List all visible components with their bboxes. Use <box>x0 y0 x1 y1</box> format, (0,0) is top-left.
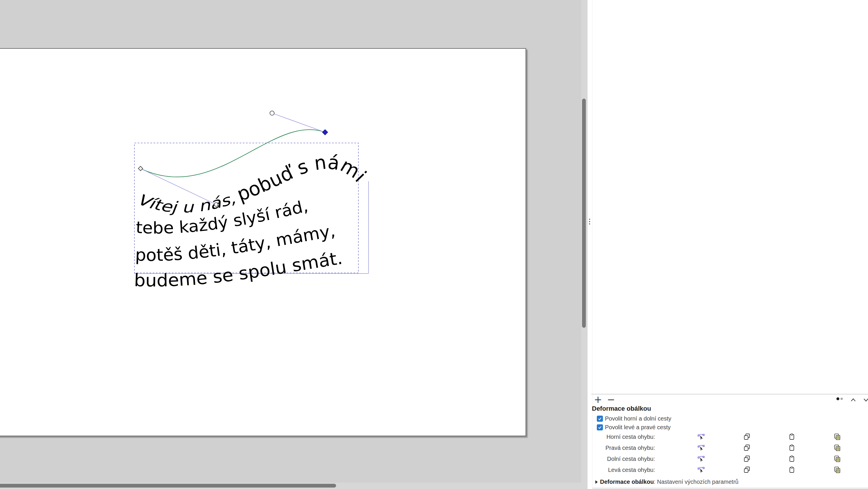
panel-bottom-strip <box>592 488 868 489</box>
row-label-top-path: Horní cesta ohybu: <box>592 434 655 440</box>
checkbox-checked-icon[interactable] <box>597 415 603 422</box>
checkbox-label: Povolit levé a pravé cesty <box>605 424 671 431</box>
checkbox-row-left-right[interactable]: Povolit levé a pravé cesty <box>597 424 671 431</box>
copy-path-button[interactable] <box>743 433 751 440</box>
panel-separator <box>591 394 868 395</box>
horizontal-scrollbar-thumb[interactable] <box>0 484 336 488</box>
edit-on-canvas-button[interactable] <box>698 466 705 473</box>
control-handle-circle-top[interactable] <box>270 111 274 115</box>
drawing-canvas[interactable]: Vítej u nás, pobuď s námi , tebe každý s… <box>0 0 588 489</box>
remove-effect-button[interactable]: − <box>606 395 616 404</box>
checkmark-icon <box>598 416 602 421</box>
poem-line-1b[interactable]: pobuď s námi , <box>0 0 375 206</box>
canvas-overlay: Vítej u nás, pobuď s námi , tebe každý s… <box>0 0 588 489</box>
effect-visibility-dots-icon[interactable] <box>836 397 843 400</box>
link-to-path-button[interactable] <box>834 433 841 440</box>
node-diamond-right-selected[interactable] <box>322 130 328 135</box>
link-to-path-button[interactable] <box>834 444 841 452</box>
vertical-scrollbar-thumb[interactable] <box>582 98 586 328</box>
expander-label-bold: Deformace obálkou <box>600 479 654 485</box>
add-effect-button[interactable]: + <box>593 395 603 404</box>
checkbox-label: Povolit horní a dolní cesty <box>605 415 671 422</box>
paste-path-button[interactable] <box>788 433 796 440</box>
panel-divider[interactable] <box>588 0 592 489</box>
poem-line-1a[interactable]: Vítej u nás, <box>135 190 238 216</box>
paste-path-button[interactable] <box>788 455 796 463</box>
row-label-left-path: Levá cesta ohybu: <box>592 467 655 473</box>
node-diamond-left[interactable] <box>138 166 143 171</box>
checkmark-icon <box>598 425 602 430</box>
expander-label: Deformace obálkou: Nastavení výchozích p… <box>600 479 739 485</box>
panel-resize-grip-icon[interactable] <box>589 219 590 225</box>
row-label-bottom-path: Dolní cesta ohybu: <box>592 456 655 462</box>
default-parameters-expander[interactable]: Deformace obálkou: Nastavení výchozích p… <box>595 479 739 485</box>
edit-on-canvas-button[interactable] <box>698 433 705 440</box>
edit-on-canvas-button[interactable] <box>698 444 705 452</box>
paste-path-button[interactable] <box>788 444 796 452</box>
effect-title: Deformace obálkou <box>592 405 651 412</box>
move-effect-down-button[interactable] <box>863 398 868 402</box>
copy-path-button[interactable] <box>743 444 751 452</box>
row-label-right-path: Pravá cesta ohybu: <box>592 444 655 451</box>
move-effect-up-button[interactable] <box>850 398 856 402</box>
copy-path-button[interactable] <box>743 466 751 473</box>
checkbox-checked-icon[interactable] <box>597 424 603 430</box>
svg-text:Vítej u nás,: Vítej u nás, <box>135 190 238 216</box>
poem-text-object[interactable]: Vítej u nás, pobuď s námi , tebe každý s… <box>0 0 375 291</box>
expander-label-rest: : Nastavení výchozích parametrů <box>654 479 739 485</box>
expander-triangle-icon <box>595 480 598 484</box>
link-to-path-button[interactable] <box>834 466 841 473</box>
handle-line-right <box>272 113 325 132</box>
copy-path-button[interactable] <box>743 455 751 463</box>
path-effects-panel: + − Deformace obálkou Povolit horní a do… <box>592 0 868 489</box>
link-to-path-button[interactable] <box>834 455 841 463</box>
paste-path-button[interactable] <box>788 466 796 473</box>
edit-on-canvas-button[interactable] <box>698 455 705 463</box>
checkbox-row-top-bottom[interactable]: Povolit horní a dolní cesty <box>597 415 671 422</box>
svg-text:pobuď s námi ,: pobuď s námi , <box>0 0 375 206</box>
control-handle-circle-bottom[interactable] <box>214 203 218 206</box>
